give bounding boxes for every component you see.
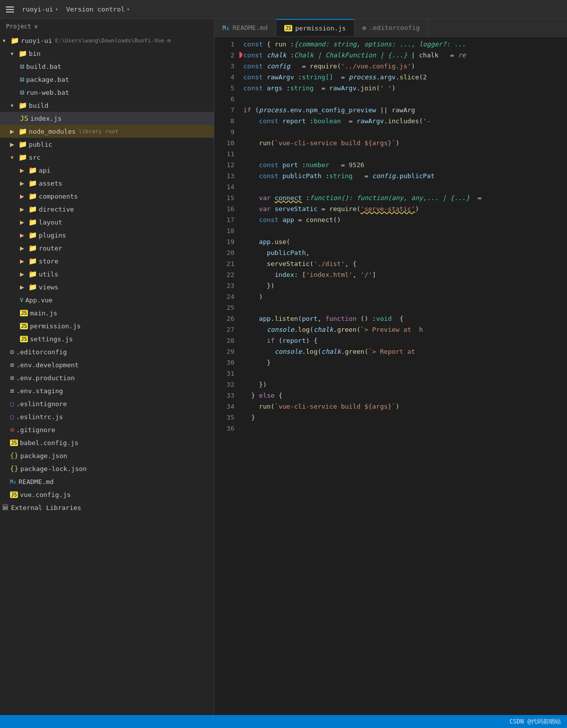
project-chevron: ▾ bbox=[55, 6, 58, 12]
code-line-13: const publicPath :string = config.public… bbox=[243, 171, 567, 182]
code-line-5: const args :string = rawArgv.join(' ') bbox=[243, 83, 567, 94]
tree-item-store[interactable]: ▶ 📁 store bbox=[0, 254, 214, 267]
code-line-2: const chalk :Chalk | ChalkFunction | {..… bbox=[243, 50, 567, 61]
tree-item-build[interactable]: ▾ 📁 build bbox=[0, 99, 214, 112]
code-line-1: const { run :{command: string, options: … bbox=[243, 39, 567, 50]
tree-item-ruoyi-ui[interactable]: ▾ 📁 ruoyi-ui E:\Users\wang\Downloads\Ruo… bbox=[0, 34, 214, 47]
folder-closed-icon-components: ▶ 📁 bbox=[20, 192, 37, 200]
sidebar-tree: ▾ 📁 ruoyi-ui E:\Users\wang\Downloads\Ruo… bbox=[0, 34, 214, 715]
tree-item-permission-js[interactable]: JS permission.js bbox=[0, 319, 214, 332]
code-line-15: var connect :function(): function(any, a… bbox=[243, 193, 567, 204]
statusbar: CSDN @代码前哨站 bbox=[0, 715, 567, 728]
tree-label-settings-js: settings.js bbox=[30, 335, 73, 343]
tree-item-editorconfig[interactable]: ⚙ .editorconfig bbox=[0, 345, 214, 358]
tree-label-package-json: package.json bbox=[20, 452, 67, 460]
tree-item-src[interactable]: ▾ 📁 src bbox=[0, 151, 214, 164]
titlebar: ruoyi-ui ▾ Version control ▾ bbox=[0, 0, 567, 19]
tree-item-app-vue[interactable]: V App.vue bbox=[0, 293, 214, 306]
tree-item-env-prod[interactable]: ≡ .env.production bbox=[0, 371, 214, 384]
tree-label-eslintignore: .eslintignore bbox=[16, 400, 67, 408]
tab-readme-label: README.md bbox=[232, 24, 267, 31]
tree-item-utils[interactable]: ▶ 📁 utils bbox=[0, 267, 214, 280]
tree-item-node-modules[interactable]: ▶ 📁 node_modules library root bbox=[0, 125, 214, 138]
tree-item-layout[interactable]: ▶ 📁 layout bbox=[0, 216, 214, 229]
tree-label-env-staging: .env.staging bbox=[16, 387, 63, 395]
tree-label-package-bat: package.bat bbox=[26, 76, 69, 83]
tree-item-eslintignore[interactable]: ○ .eslintignore bbox=[0, 397, 214, 410]
tree-item-directive[interactable]: ▶ 📁 directive bbox=[0, 203, 214, 216]
tree-item-eslintrc[interactable]: ○ .eslintrc.js bbox=[0, 410, 214, 423]
tab-permission[interactable]: JS permission.js bbox=[276, 19, 355, 36]
code-line-34: run(`vue-cli-service build ${args}`) bbox=[243, 401, 567, 412]
folder-closed-icon-views: ▶ 📁 bbox=[20, 283, 37, 291]
folder-open-icon: ▾ 📁 bbox=[2, 36, 19, 44]
code-line-33: } else { bbox=[243, 390, 567, 401]
tree-item-router[interactable]: ▶ 📁 router bbox=[0, 242, 214, 254]
tree-item-views[interactable]: ▶ 📁 views bbox=[0, 280, 214, 293]
js-tab-icon: JS bbox=[284, 25, 292, 31]
folder-closed-icon-layout: ▶ 📁 bbox=[20, 218, 37, 226]
tree-item-index-js[interactable]: JS index.js bbox=[0, 112, 214, 125]
code-line-11 bbox=[243, 149, 567, 160]
tree-item-package-lock-json[interactable]: {} package-lock.json bbox=[0, 462, 214, 475]
tree-item-assets[interactable]: ▶ 📁 assets bbox=[0, 177, 214, 190]
tree-label-app-vue: App.vue bbox=[25, 296, 53, 304]
tab-readme[interactable]: M↓ README.md bbox=[214, 19, 276, 36]
tree-label-components: components bbox=[39, 193, 78, 200]
js-icon-settings: JS bbox=[20, 336, 28, 342]
code-line-36 bbox=[243, 423, 567, 434]
code-line-14 bbox=[243, 182, 567, 193]
tab-bar: M↓ README.md JS permission.js ⚙ .editorc… bbox=[214, 19, 567, 37]
main-layout: Project ∨ ▾ 📁 ruoyi-ui E:\Users\wang\Dow… bbox=[0, 19, 567, 715]
project-menu[interactable]: ruoyi-ui ▾ bbox=[22, 5, 58, 13]
code-editor[interactable]: 12345 678910 1112131415 1617181920 21222… bbox=[214, 37, 567, 715]
code-line-35: } bbox=[243, 412, 567, 423]
tree-item-bin[interactable]: ▾ 📁 bin bbox=[0, 47, 214, 60]
version-control-menu[interactable]: Version control ▾ bbox=[66, 5, 130, 13]
tree-item-public[interactable]: ▶ 📁 public bbox=[0, 138, 214, 151]
eslint-icon-ignore: ○ bbox=[10, 400, 14, 408]
tree-label-build: build bbox=[29, 102, 48, 109]
bat-icon-package: ⊡ bbox=[20, 75, 24, 83]
tree-label-build-bat: build.bat bbox=[26, 63, 61, 70]
tree-label-bin: bin bbox=[29, 50, 40, 57]
tree-item-env-staging[interactable]: ≡ .env.staging bbox=[0, 384, 214, 397]
tree-item-components[interactable]: ▶ 📁 components bbox=[0, 190, 214, 203]
hamburger-menu[interactable] bbox=[6, 6, 14, 12]
tree-item-plugins[interactable]: ▶ 📁 plugins bbox=[0, 229, 214, 242]
tree-item-main-js[interactable]: JS main.js bbox=[0, 306, 214, 319]
tree-item-gitignore[interactable]: ⊘ .gitignore bbox=[0, 423, 214, 436]
tree-label-src: src bbox=[29, 154, 40, 161]
editor-area: M↓ README.md JS permission.js ⚙ .editorc… bbox=[214, 19, 567, 715]
tree-item-run-web-bat[interactable]: ⊡ run-web.bat bbox=[0, 86, 214, 99]
tree-item-package-bat[interactable]: ⊡ package.bat bbox=[0, 73, 214, 86]
tree-item-external-libs[interactable]: 🏛 External Libraries bbox=[0, 501, 214, 514]
tree-item-api[interactable]: ▶ 📁 api bbox=[0, 164, 214, 177]
code-line-7: if (process.env.npm_config_preview || ra… bbox=[243, 105, 567, 116]
tree-item-readme-md[interactable]: M↓ README.md bbox=[0, 475, 214, 488]
tree-item-babel[interactable]: JS babel.config.js bbox=[0, 436, 214, 449]
code-line-25 bbox=[243, 302, 567, 313]
tree-label-gitignore: .gitignore bbox=[16, 426, 55, 434]
code-line-27: console.log(chalk.green(`> Preview at h bbox=[243, 324, 567, 335]
tree-item-build-bat[interactable]: ⊡ build.bat bbox=[0, 60, 214, 73]
folder-closed-icon-router: ▶ 📁 bbox=[20, 244, 37, 252]
code-line-32: }) bbox=[243, 379, 567, 390]
tree-item-package-json[interactable]: {} package.json bbox=[0, 449, 214, 462]
tree-item-settings-js[interactable]: JS settings.js bbox=[0, 332, 214, 345]
env-icon-prod: ≡ bbox=[10, 374, 14, 382]
tree-label-env-dev: .env.development bbox=[16, 361, 78, 369]
tree-item-env-dev[interactable]: ≡ .env.development bbox=[0, 358, 214, 371]
tab-editorconfig[interactable]: ⚙ .editorconfig bbox=[355, 19, 428, 36]
statusbar-watermark: CSDN @代码前哨站 bbox=[510, 718, 561, 726]
tree-item-vue-config[interactable]: JS vue.config.js bbox=[0, 488, 214, 501]
js-icon-index: JS bbox=[20, 114, 28, 122]
md-icon-readme: M↓ bbox=[10, 479, 16, 485]
folder-closed-icon-public: ▶ 📁 bbox=[10, 140, 27, 148]
sidebar-header[interactable]: Project ∨ bbox=[0, 19, 214, 34]
tree-label-directive: directive bbox=[39, 206, 74, 213]
code-line-30: } bbox=[243, 357, 567, 368]
code-line-26: app.listen(port, function () :void { bbox=[243, 313, 567, 324]
code-line-16: var serveStatic = require('serve-static'… bbox=[243, 204, 567, 215]
code-line-23: }) bbox=[243, 280, 567, 291]
